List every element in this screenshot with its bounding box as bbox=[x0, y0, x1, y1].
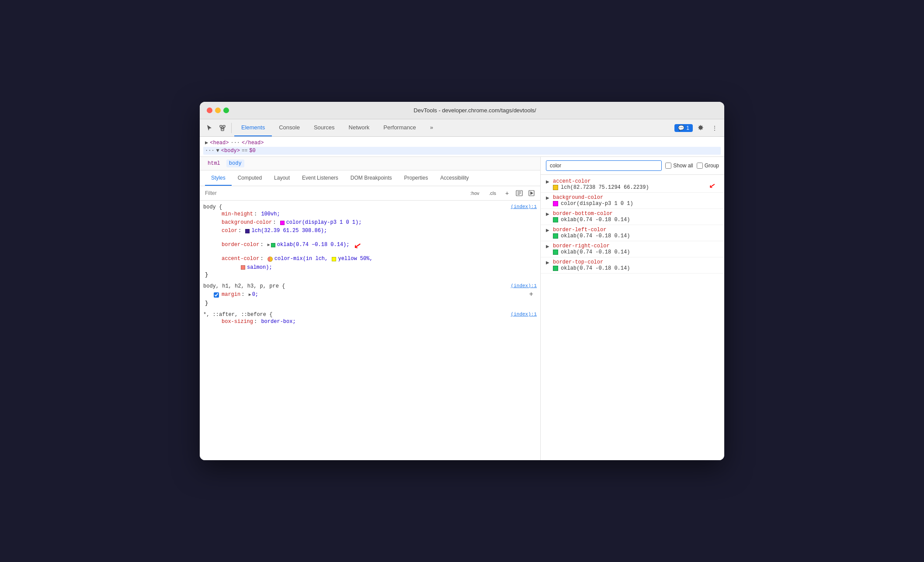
minimize-button[interactable] bbox=[215, 108, 221, 113]
window-title: DevTools - developer.chrome.com/tags/dev… bbox=[233, 107, 717, 114]
maximize-button[interactable] bbox=[223, 108, 229, 113]
breadcrumb-html[interactable]: html bbox=[205, 160, 223, 167]
css-rule-body-headings-header: body, h1, h2, h3, p, pre { (index):1 bbox=[203, 283, 537, 289]
dom-icon[interactable] bbox=[216, 122, 229, 134]
sub-tab-dom-breakpoints[interactable]: DOM Breakpoints bbox=[344, 170, 398, 186]
margin-triangle[interactable]: ▶ bbox=[249, 291, 251, 298]
add-style-icon[interactable]: + bbox=[502, 188, 512, 198]
expand-arrow-bg[interactable]: ▶ bbox=[546, 195, 551, 200]
sub-tab-computed[interactable]: Computed bbox=[232, 170, 268, 186]
close-button[interactable] bbox=[207, 108, 212, 113]
css-rule-body-header: body { (index):1 bbox=[203, 204, 537, 210]
expand-arrow-border-right[interactable]: ▶ bbox=[546, 244, 551, 249]
devtools-container: Elements Console Sources Network Perform… bbox=[200, 119, 724, 460]
tab-network[interactable]: Network bbox=[342, 119, 377, 136]
breadcrumb-body[interactable]: body bbox=[226, 160, 244, 167]
swatch-computed-border-bottom[interactable] bbox=[553, 217, 558, 222]
css-rule-universal: *, ::after, ::before { (index):1 box-siz… bbox=[203, 312, 537, 326]
expand-arrow-border-top[interactable]: ▶ bbox=[546, 260, 551, 265]
border-color-triangle[interactable]: ▶ bbox=[267, 242, 270, 249]
sub-tab-styles[interactable]: Styles bbox=[205, 170, 232, 186]
cursor-icon[interactable] bbox=[203, 122, 215, 134]
css-prop-box-sizing: box-sizing : border-box; bbox=[203, 318, 537, 326]
margin-checkbox[interactable] bbox=[214, 292, 219, 298]
red-arrow-border: ↙ bbox=[352, 235, 363, 255]
css-selector-body: body { bbox=[203, 204, 222, 210]
group-checkbox[interactable] bbox=[697, 163, 703, 169]
filter-bar: :hov .cls + bbox=[200, 186, 540, 201]
swatch-computed-border-right[interactable] bbox=[553, 250, 558, 255]
computed-value-background-color: color(display-p3 1 0 1) bbox=[546, 201, 719, 207]
sub-tabs: Styles Computed Layout Event Listeners D… bbox=[200, 170, 540, 186]
css-prop-accent-color-2: salmon); bbox=[203, 264, 537, 272]
swatch-computed-accent[interactable] bbox=[553, 185, 558, 190]
css-content: body { (index):1 min-height : 100vh; bbox=[200, 201, 540, 460]
show-all-label[interactable]: Show all bbox=[665, 163, 693, 169]
css-selector-universal: *, ::after, ::before { bbox=[203, 312, 272, 318]
svg-rect-0 bbox=[220, 125, 222, 127]
swatch-border-color[interactable] bbox=[271, 243, 275, 247]
computed-item-background-color: ▶ background-color color(display-p3 1 0 … bbox=[541, 193, 724, 209]
computed-item-border-left-header[interactable]: ▶ border-left-color bbox=[546, 227, 719, 233]
add-property-icon[interactable]: + bbox=[529, 289, 537, 301]
computed-item-border-left-color: ▶ border-left-color oklab(0.74 -0.18 0.1… bbox=[541, 225, 724, 241]
chat-badge[interactable]: 💬 1 bbox=[674, 124, 693, 132]
hov-button[interactable]: :hov bbox=[466, 189, 483, 197]
settings-icon[interactable] bbox=[695, 122, 707, 134]
computed-value-border-bottom: oklab(0.74 -0.18 0.14) bbox=[546, 217, 719, 223]
expand-arrow-accent[interactable]: ▶ bbox=[546, 179, 551, 184]
computed-item-accent-color-header[interactable]: ▶ accent-color bbox=[546, 178, 719, 184]
computed-item-border-bottom-color: ▶ border-bottom-color oklab(0.74 -0.18 0… bbox=[541, 209, 724, 225]
sub-tab-properties[interactable]: Properties bbox=[398, 170, 434, 186]
filter-input[interactable] bbox=[203, 189, 465, 197]
tab-performance[interactable]: Performance bbox=[376, 119, 423, 136]
computed-item-background-color-header[interactable]: ▶ background-color bbox=[546, 194, 719, 201]
css-source-body-headings[interactable]: (index):1 bbox=[511, 283, 537, 288]
new-stylesheet-icon[interactable] bbox=[514, 188, 525, 198]
swatch-computed-bg[interactable] bbox=[553, 201, 558, 206]
sub-tab-event-listeners[interactable]: Event Listeners bbox=[296, 170, 344, 186]
group-label[interactable]: Group bbox=[697, 163, 719, 169]
css-prop-color: color : lch(32.39 61.25 308.86); bbox=[203, 227, 537, 235]
swatch-background-color[interactable] bbox=[280, 221, 285, 225]
computed-item-border-top-header[interactable]: ▶ border-top-color bbox=[546, 259, 719, 265]
computed-item-border-bottom-header[interactable]: ▶ border-bottom-color bbox=[546, 211, 719, 217]
computed-search-input[interactable] bbox=[546, 160, 662, 171]
computed-value-accent-color: lch(82.7238 75.1294 66.2239) ↙ bbox=[546, 184, 719, 191]
swatch-salmon[interactable] bbox=[241, 265, 245, 270]
more-options-icon[interactable]: ⋮ bbox=[709, 122, 721, 134]
expand-arrow-border-left[interactable]: ▶ bbox=[546, 228, 551, 232]
css-rule-body-headings: body, h1, h2, h3, p, pre { (index):1 mar… bbox=[203, 283, 537, 307]
expand-arrow-border-bottom[interactable]: ▶ bbox=[546, 212, 551, 216]
swatch-yellow[interactable] bbox=[332, 257, 336, 261]
main-toolbar: Elements Console Sources Network Perform… bbox=[200, 119, 724, 137]
swatch-accent-color[interactable] bbox=[267, 257, 273, 262]
computed-item-border-top-color: ▶ border-top-color oklab(0.74 -0.18 0.14… bbox=[541, 257, 724, 274]
right-panel: Show all Group ▶ accent-color bbox=[541, 157, 724, 460]
tab-elements[interactable]: Elements bbox=[234, 119, 272, 136]
css-rule-body: body { (index):1 min-height : 100vh; bbox=[203, 204, 537, 278]
css-prop-min-height: min-height : 100vh; bbox=[203, 210, 537, 219]
head-row: ▶ <head> ··· </head> bbox=[203, 139, 721, 147]
cls-button[interactable]: .cls bbox=[485, 189, 500, 197]
css-prop-border-color: border-color : ▶ oklab(0.74 −0.18 0.14);… bbox=[203, 236, 537, 255]
sub-tab-layout[interactable]: Layout bbox=[268, 170, 296, 186]
dom-panel: ▶ <head> ··· </head> ··· ▼ <body> == $0 bbox=[200, 137, 724, 157]
tab-more[interactable]: » bbox=[423, 119, 440, 136]
computed-item-border-right-header[interactable]: ▶ border-right-color bbox=[546, 243, 719, 249]
css-rule-universal-header: *, ::after, ::before { (index):1 bbox=[203, 312, 537, 318]
sub-tab-accessibility[interactable]: Accessibility bbox=[434, 170, 475, 186]
svg-rect-1 bbox=[223, 125, 225, 127]
play-icon[interactable] bbox=[526, 188, 537, 198]
show-all-checkbox[interactable] bbox=[665, 163, 671, 169]
swatch-computed-border-left[interactable] bbox=[553, 233, 558, 239]
titlebar: DevTools - developer.chrome.com/tags/dev… bbox=[200, 102, 724, 119]
css-prop-accent-color: accent-color : color-mix(in lch, yellow … bbox=[203, 255, 537, 263]
tab-sources[interactable]: Sources bbox=[307, 119, 342, 136]
swatch-color[interactable] bbox=[245, 229, 250, 233]
tab-console[interactable]: Console bbox=[272, 119, 307, 136]
css-source-universal[interactable]: (index):1 bbox=[511, 312, 537, 317]
css-source-body[interactable]: (index):1 bbox=[511, 204, 537, 209]
swatch-computed-border-top[interactable] bbox=[553, 266, 558, 271]
body-row[interactable]: ··· ▼ <body> == $0 bbox=[203, 147, 721, 155]
